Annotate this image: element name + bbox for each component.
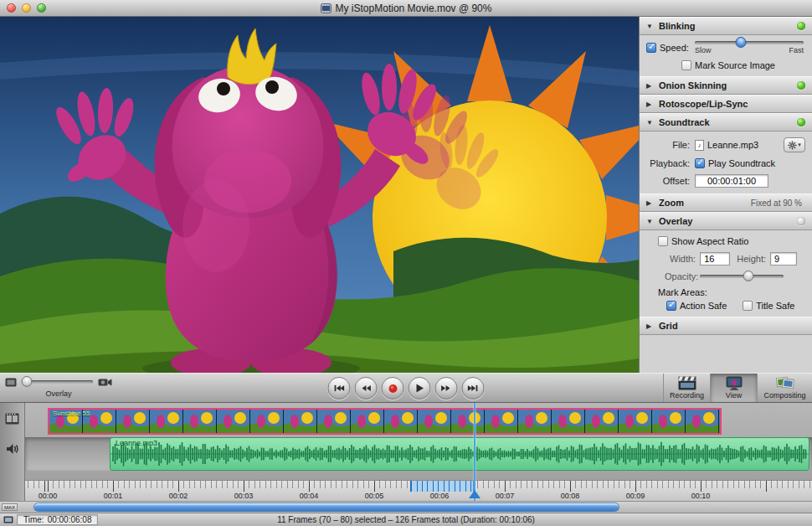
- section-header-onion-skinning[interactable]: ▶ Onion Skinning: [640, 76, 812, 95]
- timeline: Sunshine 55 Leanne.: [0, 403, 812, 501]
- speed-slider[interactable]: [695, 41, 804, 44]
- audio-track-icon[interactable]: [6, 443, 19, 455]
- ruler-label: 00:01: [101, 492, 125, 500]
- section-header-overlay[interactable]: ▼ Overlay: [640, 212, 812, 230]
- show-aspect-ratio-label: Show Aspect Ratio: [671, 236, 748, 246]
- stage-preview[interactable]: [0, 17, 639, 373]
- zoom-window-button[interactable]: [37, 3, 46, 13]
- time-ruler[interactable]: 00:0000:0100:0200:0300:0400:0500:0600:07…: [25, 480, 812, 501]
- ruler-label: 00:06: [428, 492, 451, 500]
- minimize-button[interactable]: [22, 3, 31, 13]
- blinking-active-led-icon[interactable]: [797, 22, 805, 30]
- traffic-lights: [0, 3, 46, 13]
- action-safe-checkbox[interactable]: [666, 301, 676, 311]
- movie-file-icon: [321, 3, 331, 13]
- overlay-body: Show Aspect Ratio Width: Height: Opacity…: [640, 230, 812, 317]
- close-button[interactable]: [7, 3, 16, 13]
- speed-checkbox[interactable]: [646, 43, 656, 53]
- play-soundtrack-checkbox[interactable]: [695, 158, 705, 168]
- section-header-soundtrack[interactable]: ▼ Soundtrack: [640, 113, 812, 132]
- show-aspect-ratio-checkbox[interactable]: [658, 236, 668, 246]
- rewind-button[interactable]: [355, 377, 378, 400]
- speed-slider-knob[interactable]: [735, 37, 746, 48]
- overlay-opacity-slider[interactable]: [22, 380, 93, 384]
- disclosure-closed-icon[interactable]: ▶: [646, 101, 654, 108]
- title-bar[interactable]: My iStopMotion Movie.mov @ 90%: [0, 0, 812, 17]
- timeline-zoom-max-label[interactable]: MAX: [2, 503, 18, 511]
- music-note-icon: ♪: [695, 140, 704, 151]
- fast-forward-icon: [441, 384, 452, 392]
- disclosure-closed-icon[interactable]: ▶: [646, 82, 654, 90]
- video-track-icon[interactable]: [5, 413, 19, 425]
- overlay-inactive-led-icon[interactable]: [797, 217, 805, 225]
- overlay-opacity-knob[interactable]: [21, 376, 32, 387]
- file-label: File:: [646, 140, 690, 150]
- video-clip-filmstrip[interactable]: Sunshine 55: [48, 408, 722, 435]
- mark-source-image-label: Mark Source Image: [695, 60, 775, 70]
- soundtrack-active-led-icon[interactable]: [797, 118, 805, 126]
- fast-label: Fast: [789, 46, 804, 54]
- overlay-slider-label: Overlay: [5, 389, 112, 398]
- playhead-marker-icon[interactable]: [469, 490, 481, 498]
- mark-source-image-checkbox[interactable]: [681, 60, 691, 70]
- section-header-rotoscope[interactable]: ▶ Rotoscope/Lip-Sync: [640, 95, 812, 113]
- display-icon: [726, 376, 743, 390]
- onion-skinning-active-led-icon[interactable]: [797, 81, 805, 90]
- audio-waveform: [110, 438, 809, 470]
- soundtrack-file-well[interactable]: ♪ Leanne.mp3: [695, 140, 784, 151]
- width-field[interactable]: [700, 252, 730, 266]
- soundtrack-file-name: Leanne.mp3: [707, 140, 758, 150]
- section-header-zoom[interactable]: ▶ Zoom Fixed at 90 %: [640, 193, 812, 212]
- play-button[interactable]: [409, 377, 431, 400]
- disclosure-closed-icon[interactable]: ▶: [646, 322, 654, 330]
- window-title: My iStopMotion Movie.mov @ 90%: [0, 3, 812, 14]
- offset-field[interactable]: [695, 174, 768, 188]
- playhead[interactable]: [474, 403, 475, 501]
- scrollbar-thumb[interactable]: [33, 503, 619, 512]
- soundtrack-body: File: ♪ Leanne.mp3: [640, 132, 812, 193]
- filmstrip-thumbnails: [49, 410, 720, 433]
- soundtrack-action-menu-button[interactable]: ▾: [784, 137, 805, 152]
- disclosure-open-icon[interactable]: ▼: [646, 23, 654, 30]
- timeline-scrollbar[interactable]: MAX: [0, 501, 812, 513]
- ruler-label: 00:05: [362, 492, 386, 500]
- compositing-mode-button[interactable]: Compositing: [757, 374, 812, 402]
- inspector-panel: ▼ Blinking Speed: Slow Fast: [639, 17, 812, 373]
- slow-label: Slow: [695, 46, 712, 54]
- ruler-label: 00:02: [167, 492, 190, 500]
- section-header-blinking[interactable]: ▼ Blinking: [640, 17, 812, 35]
- timeline-tracks[interactable]: Sunshine 55 Leanne.: [25, 403, 812, 501]
- rewind-icon: [361, 384, 372, 392]
- app-window: My iStopMotion Movie.mov @ 90%: [0, 0, 812, 526]
- zoom-status-text: Fixed at 90 %: [751, 199, 802, 208]
- action-safe-label: Action Safe: [680, 301, 727, 311]
- window-title-text: My iStopMotion Movie.mov @ 90%: [336, 3, 492, 14]
- fast-forward-button[interactable]: [435, 377, 458, 400]
- record-icon: [388, 384, 398, 394]
- stored-image-icon: [5, 378, 17, 387]
- disclosure-open-icon[interactable]: ▼: [646, 218, 654, 225]
- speed-label: Speed:: [660, 43, 689, 53]
- skip-to-end-icon: [468, 384, 479, 392]
- selection-info-text: 11 Frames (70 – 80) selected – 126 Frame…: [0, 515, 812, 524]
- selected-frames-highlight[interactable]: [410, 481, 474, 492]
- recording-mode-button[interactable]: Recording: [663, 374, 710, 402]
- audio-clip[interactable]: Leanne.mp3: [110, 437, 809, 471]
- skip-to-start-button[interactable]: [328, 377, 351, 400]
- disclosure-open-icon[interactable]: ▼: [646, 119, 654, 126]
- section-header-grid[interactable]: ▶ Grid: [640, 317, 812, 335]
- play-icon: [415, 384, 424, 393]
- height-field[interactable]: [770, 252, 797, 266]
- skip-to-end-button[interactable]: [462, 377, 485, 400]
- audio-clip-label: Leanne.mp3: [116, 439, 157, 447]
- overlay-opacity-control: Overlay: [5, 377, 112, 398]
- ruler-label: 00:08: [558, 492, 582, 500]
- title-safe-checkbox[interactable]: [743, 301, 753, 311]
- opacity-slider-knob[interactable]: [743, 271, 754, 281]
- record-button[interactable]: [382, 377, 404, 400]
- view-mode-button[interactable]: View: [710, 374, 757, 402]
- gear-icon: [788, 141, 797, 150]
- menu-arrow-icon: ▾: [798, 142, 801, 148]
- opacity-slider[interactable]: [700, 275, 784, 278]
- disclosure-closed-icon[interactable]: ▶: [646, 199, 654, 207]
